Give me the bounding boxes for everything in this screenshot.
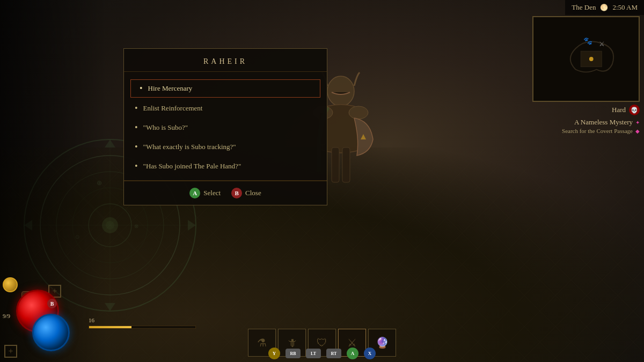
- dialog-option-enlist-text: Enlist Reinforcement: [143, 104, 203, 113]
- svg-text:⚔: ⚔: [599, 41, 605, 48]
- b-button: B: [231, 188, 242, 198]
- quest-info: A Nameless Mystery ✦ Search for the Cove…: [562, 118, 640, 134]
- dialog-footer: A Select B Close: [124, 181, 327, 205]
- rb-button: RB: [286, 349, 301, 358]
- potion-value: 9: [3, 313, 6, 319]
- gold-icon: [3, 277, 18, 292]
- quest-icon: ✦: [635, 120, 640, 125]
- controller-hints: Y RB LT RT A X: [268, 348, 376, 359]
- time-display: 2:50 AM: [612, 3, 638, 12]
- dialog-option-joined-text: "Has Subo joined The Pale Hand?": [143, 162, 241, 171]
- potion-counter: 9/9: [3, 313, 10, 319]
- dialog-header: RAHEIR: [124, 49, 327, 72]
- location-name: The Den: [572, 3, 596, 12]
- close-label: Close: [245, 189, 261, 197]
- minimap: 🐾 ⚔: [532, 16, 640, 102]
- dialog-options: Hire Mercenary Enlist Reinforcement "Who…: [124, 72, 327, 180]
- mana-orb: [32, 314, 70, 351]
- exp-bar-fill: [89, 326, 131, 328]
- resource-indicator: 16: [89, 317, 94, 323]
- add-skill-button[interactable]: +: [4, 345, 17, 358]
- svg-marker-12: [188, 220, 196, 231]
- quest-objective: Search for the Covert Passage ◆: [562, 128, 640, 134]
- player-level: 16: [89, 317, 94, 323]
- skull-icon: 💀: [629, 105, 640, 115]
- select-label: Select: [203, 189, 221, 197]
- y-button: Y: [268, 348, 280, 359]
- svg-text:🐾: 🐾: [583, 36, 593, 46]
- quest-name-text: A Nameless Mystery: [574, 118, 633, 127]
- top-bar: The Den 🌕 2:50 AM: [565, 0, 644, 15]
- difficulty-badge: Hard 💀: [612, 105, 640, 115]
- difficulty-label: Hard: [612, 106, 626, 114]
- svg-rect-28: [332, 147, 339, 182]
- npc-name: RAHEIR: [203, 57, 247, 65]
- svg-text:⊗: ⊗: [134, 223, 138, 229]
- quest-name: A Nameless Mystery ✦: [562, 118, 640, 127]
- dialog-option-who[interactable]: "Who is Subo?": [124, 118, 327, 137]
- b-badge-orb: B: [47, 299, 57, 308]
- svg-point-23: [327, 76, 354, 106]
- hud-bottom: 9/9 LB + B 16 ⚗ 🗡 🛡 ⚔ 🔮 Y RB LT RT A X +: [0, 292, 644, 362]
- quest-objective-text: Search for the Covert Passage: [562, 128, 633, 134]
- close-hint: B Close: [231, 188, 261, 198]
- svg-rect-29: [342, 147, 350, 182]
- dialog-option-hire-text: Hire Mercenary: [148, 84, 193, 93]
- dialog-option-who-text: "Who is Subo?": [143, 123, 188, 132]
- dialog-option-joined[interactable]: "Has Subo joined The Pale Hand?": [124, 157, 327, 176]
- exp-bar: [89, 326, 196, 329]
- rt-button: RT: [326, 349, 341, 358]
- moon-icon: 🌕: [600, 4, 608, 12]
- a-button: A: [189, 188, 200, 198]
- x-button: X: [364, 348, 376, 359]
- minimap-content: 🐾 ⚔: [533, 17, 639, 101]
- dialog-box: RAHEIR Hire Mercenary Enlist Reinforceme…: [123, 48, 327, 205]
- svg-point-25: [349, 106, 368, 119]
- dialog-option-hire[interactable]: Hire Mercenary: [130, 79, 320, 98]
- a-button-hud: A: [347, 348, 358, 359]
- lt-button: LT: [306, 349, 321, 358]
- dialog-option-what-text: "What exactly is Subo tracking?": [143, 143, 236, 151]
- dialog-option-enlist[interactable]: Enlist Reinforcement: [124, 99, 327, 118]
- dialog-option-what[interactable]: "What exactly is Subo tracking?": [124, 137, 327, 157]
- objective-icon: ◆: [635, 128, 640, 134]
- svg-point-20: [589, 57, 594, 61]
- select-hint: A Select: [189, 188, 221, 198]
